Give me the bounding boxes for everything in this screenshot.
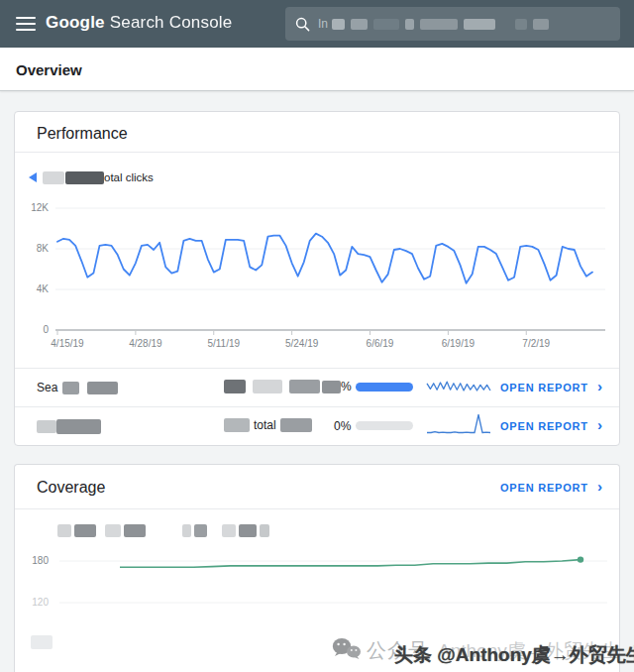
redacted-text <box>62 382 79 394</box>
coverage-card: Coverage OPEN REPORT › 180120 <box>14 464 620 672</box>
redacted-text <box>56 419 101 434</box>
hamburger-menu-icon[interactable] <box>16 17 36 31</box>
search-icon <box>295 17 310 32</box>
progress-bar-empty <box>356 421 413 430</box>
app-header: Google Search Console In <box>0 0 634 48</box>
progress-bar-filled <box>356 383 413 392</box>
page-header-bar <box>0 48 634 91</box>
search-redacted-text <box>332 19 549 30</box>
open-report-label: OPEN REPORT <box>500 382 588 393</box>
redacted-metric <box>280 418 312 432</box>
chevron-right-icon: › <box>597 420 603 430</box>
row-metric-label: total <box>254 418 276 432</box>
redacted-text <box>37 420 56 433</box>
page-title: Overview <box>16 61 82 78</box>
percent-value: 0% <box>334 419 351 433</box>
brand-search-console: Search Console <box>110 13 233 32</box>
redacted-text <box>87 382 118 394</box>
performance-y-axis: 12K8K4K0 <box>21 112 51 350</box>
google-search-console-overview-page: Google Search Console In Overview <box>0 0 634 672</box>
search-results-sparkline <box>425 377 492 396</box>
open-report-link-search[interactable]: OPEN REPORT › <box>500 382 603 393</box>
redacted-metric <box>253 380 282 393</box>
row-label: Sea <box>37 381 57 394</box>
redacted-metric <box>289 380 320 393</box>
url-inspection-search-input[interactable]: In <box>285 7 620 41</box>
discover-sparkline <box>425 410 492 436</box>
performance-card: Performance otal clicks 12K8K4K0 4/15/19… <box>14 111 620 446</box>
brand-google: Google <box>46 13 105 32</box>
redacted-metric <box>224 380 246 393</box>
chevron-right-icon: › <box>597 382 603 392</box>
table-row-discover: total 0% OPEN REPORT › <box>15 406 621 445</box>
redacted-axis-label <box>31 635 53 649</box>
redacted-percent <box>322 381 341 393</box>
app-title: Google Search Console <box>46 13 232 33</box>
open-report-link-discover[interactable]: OPEN REPORT › <box>500 420 603 432</box>
open-report-label: OPEN REPORT <box>500 420 588 432</box>
redacted-metric <box>224 418 250 432</box>
percent-value: % <box>341 380 352 393</box>
table-row-search-results: Sea % OPEN REPORT › <box>15 368 621 406</box>
coverage-valid-pages-chart <box>15 465 621 672</box>
performance-x-axis: 4/15/194/28/195/11/195/24/196/6/196/19/1… <box>15 338 621 352</box>
search-placeholder: In <box>318 17 328 31</box>
